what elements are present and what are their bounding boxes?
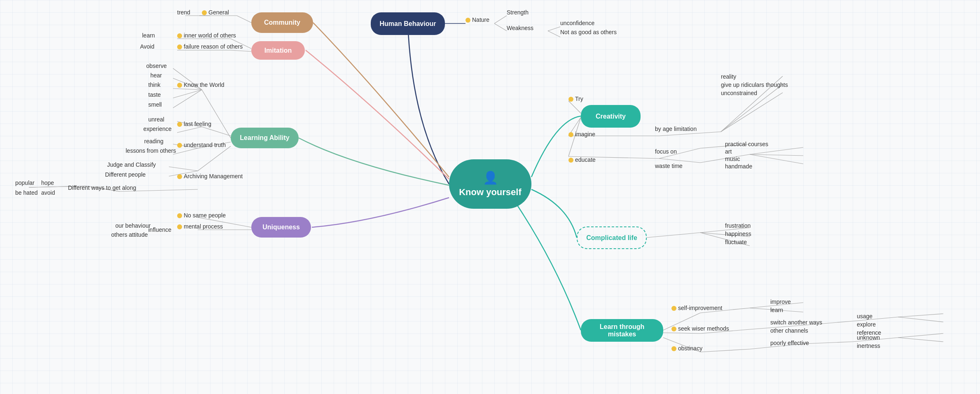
svg-line-34: [568, 101, 581, 113]
svg-line-37: [659, 132, 721, 136]
label-strength: Strength: [507, 9, 529, 16]
label-archiving: Archiving Management: [177, 173, 243, 180]
label-unconstrained: unconstrained: [721, 90, 757, 96]
label-waste-time: waste time: [655, 163, 683, 169]
label-happiness: happiness: [725, 231, 751, 237]
label-hear: hear: [150, 72, 162, 79]
label-failure-reason: failure reason of others: [177, 43, 243, 50]
label-learn: learn: [142, 32, 155, 39]
label-our-behaviour: our behaviour: [115, 222, 151, 229]
label-smell: smell: [148, 101, 162, 108]
svg-line-18: [202, 127, 231, 136]
label-poorly-effective: poorly effective: [770, 340, 809, 346]
svg-line-48: [750, 154, 803, 156]
label-frustration: frustration: [725, 222, 751, 229]
node-uniqueness: Uniqueness: [251, 217, 311, 238]
label-usage: usage: [857, 313, 872, 319]
label-inner-world: inner world of others: [177, 32, 236, 39]
label-handmade: handmade: [725, 163, 752, 170]
label-last-feeling: last feeling: [177, 121, 211, 127]
label-explore: explore: [857, 321, 876, 328]
label-mental-process: mental process: [177, 223, 223, 230]
svg-line-3: [548, 27, 560, 31]
label-educate: educate: [568, 156, 596, 163]
node-learning-ability: Learning Ability: [231, 128, 299, 148]
label-lessons: lessons from others: [126, 147, 176, 154]
label-by-age: by age limitation: [655, 126, 697, 132]
label-general: General: [202, 9, 229, 16]
label-influence: influence: [148, 226, 171, 233]
label-imagine: imagine: [568, 131, 595, 138]
label-no-same-people: No same people: [177, 212, 226, 219]
label-unreal: unreal: [148, 116, 164, 123]
svg-line-66: [700, 349, 750, 352]
label-switch-another: switch another ways: [770, 319, 822, 326]
label-others-attitude: others attitude: [111, 231, 148, 238]
node-human-behaviour: Human Behaviour: [371, 12, 445, 35]
svg-line-71: [898, 338, 943, 342]
svg-line-15: [173, 89, 202, 90]
svg-line-24: [198, 146, 231, 171]
node-learn-mistakes: Learn through mistakes: [581, 319, 663, 342]
node-community: Community: [251, 12, 313, 33]
label-fluctuate: fluctuate: [725, 239, 747, 245]
svg-line-63: [898, 314, 943, 317]
label-unknown: unknown: [857, 334, 880, 341]
svg-line-16: [173, 90, 202, 98]
label-improve: improve: [770, 298, 791, 305]
svg-line-5: [237, 16, 251, 23]
svg-line-20: [177, 127, 202, 133]
node-complicated-life: Complicated life: [577, 226, 647, 249]
svg-line-12: [202, 90, 231, 138]
label-different-ways: Different ways to get along: [68, 184, 136, 191]
svg-line-50: [647, 233, 700, 238]
label-trend: trend: [177, 9, 190, 16]
label-hope: hope: [41, 180, 54, 186]
label-try: Try: [568, 96, 583, 102]
label-judge-classify: Judge and Classify: [107, 161, 156, 168]
label-taste: taste: [148, 91, 161, 98]
label-be-hated: be hated: [15, 189, 38, 196]
svg-line-47: [750, 147, 803, 154]
label-practical-courses: practical courses: [725, 141, 768, 147]
center-node: 👤 Know yourself: [449, 159, 531, 209]
node-creativity: Creativity: [581, 105, 641, 128]
label-know-world: Know the World: [177, 82, 225, 88]
center-label: Know yourself: [459, 187, 522, 198]
label-seek-wiser: seek wiser methods: [671, 325, 729, 332]
svg-line-40: [721, 93, 783, 132]
label-reading: reading: [144, 138, 164, 145]
label-experience: experience: [143, 126, 172, 132]
label-weakness: Weakness: [507, 25, 533, 31]
label-think: think: [148, 82, 161, 88]
label-popular: popular: [15, 180, 35, 186]
label-give-up: give up ridiculars thoughts: [721, 82, 788, 88]
svg-line-49: [750, 154, 803, 164]
label-inertness: inertness: [857, 343, 880, 349]
svg-line-10: [231, 50, 251, 51]
svg-line-70: [898, 333, 943, 338]
svg-line-23: [173, 148, 198, 154]
label-music: music: [725, 156, 740, 162]
label-observe: observe: [146, 63, 167, 69]
svg-line-25: [169, 167, 198, 171]
svg-line-2: [494, 23, 507, 31]
label-not-as-good: Not as good as others: [560, 29, 617, 35]
svg-line-1: [494, 16, 507, 23]
svg-line-68: [803, 342, 853, 344]
label-learn2: learn: [770, 307, 783, 313]
label-nature: Nature: [465, 16, 489, 23]
label-art: art: [725, 148, 732, 155]
label-avoid2: avoid: [41, 189, 55, 196]
svg-line-17: [173, 90, 202, 108]
center-icon: 👤: [483, 170, 498, 185]
label-avoid: Avoid: [140, 43, 154, 50]
svg-line-4: [548, 31, 560, 37]
label-different-people: Different people: [105, 171, 146, 178]
label-other-channels: other channels: [770, 327, 808, 334]
label-self-improvement: self-improvement: [671, 305, 722, 311]
svg-line-58: [663, 333, 700, 333]
svg-line-45: [659, 159, 700, 163]
label-understand-truth: understand truth: [177, 142, 226, 148]
label-unconfidence: unconfidence: [560, 20, 594, 26]
